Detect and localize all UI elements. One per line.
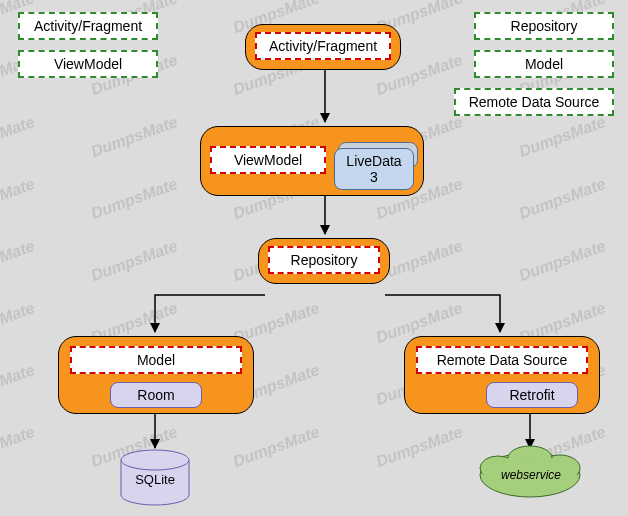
option-remote-data-source[interactable]: Remote Data Source (454, 88, 614, 116)
option-activity-fragment[interactable]: Activity/Fragment (18, 12, 158, 40)
room-box: Room (110, 382, 202, 408)
slot-repository[interactable]: Repository (268, 246, 380, 274)
sqlite-label: SQLite (130, 472, 180, 487)
retrofit-box: Retrofit (486, 382, 578, 408)
slot-remote[interactable]: Remote Data Source (416, 346, 588, 374)
option-model[interactable]: Model (474, 50, 614, 78)
svg-point-4 (121, 485, 189, 505)
option-repository[interactable]: Repository (474, 12, 614, 40)
slot-activity-fragment[interactable]: Activity/Fragment (255, 32, 391, 60)
webservice-label: webservice (496, 468, 566, 482)
option-viewmodel[interactable]: ViewModel (18, 50, 158, 78)
svg-point-8 (121, 450, 189, 470)
slot-model[interactable]: Model (70, 346, 242, 374)
livedata-box: LiveData 3 (334, 148, 414, 190)
slot-viewmodel[interactable]: ViewModel (210, 146, 326, 174)
svg-point-12 (508, 446, 552, 470)
